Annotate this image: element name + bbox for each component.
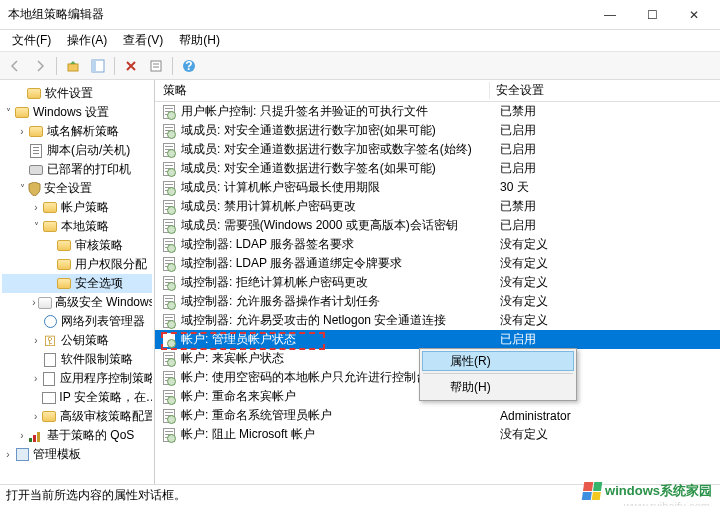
minimize-button[interactable]: — — [598, 3, 622, 27]
expand-icon[interactable]: › — [30, 335, 42, 347]
delete-button[interactable] — [120, 55, 142, 77]
tree-node-security-options[interactable]: 安全选项 — [2, 274, 152, 293]
expand-icon[interactable]: › — [16, 430, 28, 442]
folder-icon — [28, 124, 44, 140]
tree-label: 已部署的打印机 — [47, 161, 131, 178]
policy-setting: 没有定义 — [496, 236, 720, 253]
policy-icon — [161, 332, 177, 348]
policy-row[interactable]: 域控制器: LDAP 服务器签名要求没有定义 — [155, 235, 720, 254]
folder-icon — [56, 276, 72, 292]
expand-icon[interactable]: ˅ — [30, 221, 42, 233]
policy-name: 域控制器: LDAP 服务器签名要求 — [181, 236, 496, 253]
policy-setting: 没有定义 — [496, 293, 720, 310]
policy-row[interactable]: 帐户: 管理员帐户状态已启用 — [155, 330, 720, 349]
tree-node-windows-settings[interactable]: ˅Windows 设置 — [2, 103, 152, 122]
show-tree-button[interactable] — [87, 55, 109, 77]
folder-icon — [26, 86, 42, 102]
menu-help[interactable]: 帮助(H) — [171, 30, 228, 51]
tree-node-network-list[interactable]: 网络列表管理器 — [2, 312, 152, 331]
menu-action[interactable]: 操作(A) — [59, 30, 115, 51]
policy-setting: 没有定义 — [496, 274, 720, 291]
menubar: 文件(F) 操作(A) 查看(V) 帮助(H) — [0, 30, 720, 52]
svg-text:?: ? — [185, 59, 192, 73]
tree-label: Windows 设置 — [33, 104, 109, 121]
up-button[interactable] — [62, 55, 84, 77]
help-button[interactable]: ? — [178, 55, 200, 77]
context-menu: 属性(R) 帮助(H) — [419, 348, 577, 401]
policy-row[interactable]: 域成员: 对安全通道数据进行数字加密(如果可能)已启用 — [155, 121, 720, 140]
expand-icon[interactable]: › — [30, 411, 42, 423]
tree-node-qos[interactable]: ›基于策略的 QoS — [2, 426, 152, 445]
policy-setting: Administrator — [496, 409, 720, 423]
tree-node-scripts[interactable]: 脚本(启动/关机) — [2, 141, 152, 160]
expand-icon[interactable]: ˅ — [16, 183, 28, 195]
column-security[interactable]: 安全设置 — [490, 82, 720, 99]
policy-row[interactable]: 域成员: 计算机帐户密码最长使用期限30 天 — [155, 178, 720, 197]
expand-icon[interactable]: › — [30, 202, 42, 214]
policy-setting: 已启用 — [496, 141, 720, 158]
policy-icon — [161, 180, 177, 196]
policy-icon — [161, 237, 177, 253]
back-button[interactable] — [4, 55, 26, 77]
policy-icon — [42, 352, 58, 368]
tree-node-account-policies[interactable]: ›帐户策略 — [2, 198, 152, 217]
tree-node-printers[interactable]: 已部署的打印机 — [2, 160, 152, 179]
policy-row[interactable]: 域控制器: LDAP 服务器通道绑定令牌要求没有定义 — [155, 254, 720, 273]
tree-node-advanced-security[interactable]: ›高级安全 Windows Defender — [2, 293, 152, 312]
tree-node-user-rights[interactable]: 用户权限分配 — [2, 255, 152, 274]
tree-node-ip-security[interactable]: IP 安全策略，在… — [2, 388, 152, 407]
policy-row[interactable]: 域控制器: 拒绝计算机帐户密码更改没有定义 — [155, 273, 720, 292]
tree-node-admin-templates[interactable]: ›管理模板 — [2, 445, 152, 464]
tree-label: 用户权限分配 — [75, 256, 147, 273]
policy-setting: 已禁用 — [496, 103, 720, 120]
tree-node-advanced-audit[interactable]: ›高级审核策略配置 — [2, 407, 152, 426]
maximize-button[interactable]: ☐ — [640, 3, 664, 27]
folder-icon — [56, 238, 72, 254]
ip-icon — [41, 390, 56, 406]
policy-setting: 已启用 — [496, 122, 720, 139]
expand-icon[interactable]: › — [30, 297, 38, 309]
expand-icon[interactable]: › — [16, 126, 28, 138]
policy-icon — [161, 199, 177, 215]
policy-row[interactable]: 域控制器: 允许服务器操作者计划任务没有定义 — [155, 292, 720, 311]
tree-node-app-control[interactable]: ›应用程序控制策略 — [2, 369, 152, 388]
folder-icon — [42, 409, 57, 425]
policy-list[interactable]: 用户帐户控制: 只提升签名并验证的可执行文件已禁用域成员: 对安全通道数据进行数… — [155, 102, 720, 484]
policy-row[interactable]: 域控制器: 允许易受攻击的 Netlogon 安全通道连接没有定义 — [155, 311, 720, 330]
tree-node-name-resolution[interactable]: ›域名解析策略 — [2, 122, 152, 141]
tree-node-audit-policy[interactable]: 审核策略 — [2, 236, 152, 255]
policy-row[interactable]: 域成员: 需要强(Windows 2000 或更高版本)会话密钥已启用 — [155, 216, 720, 235]
menu-view[interactable]: 查看(V) — [115, 30, 171, 51]
tree-label: 帐户策略 — [61, 199, 109, 216]
context-menu-help[interactable]: 帮助(H) — [422, 376, 574, 398]
policy-setting: 已启用 — [496, 160, 720, 177]
close-button[interactable]: ✕ — [682, 3, 706, 27]
tree-label: 本地策略 — [61, 218, 109, 235]
forward-button[interactable] — [29, 55, 51, 77]
policy-setting: 没有定义 — [496, 312, 720, 329]
context-menu-properties[interactable]: 属性(R) — [422, 351, 574, 371]
policy-row[interactable]: 域成员: 禁用计算机帐户密码更改已禁用 — [155, 197, 720, 216]
toolbar: ? — [0, 52, 720, 80]
policy-name: 域成员: 对安全通道数据进行数字加密或数字签名(始终) — [181, 141, 496, 158]
tree-node-local-policies[interactable]: ˅本地策略 — [2, 217, 152, 236]
tree-node-security-settings[interactable]: ˅安全设置 — [2, 179, 152, 198]
policy-row[interactable]: 域成员: 对安全通道数据进行数字签名(如果可能)已启用 — [155, 159, 720, 178]
tree-node-software-restriction[interactable]: 软件限制策略 — [2, 350, 152, 369]
navigation-tree[interactable]: 软件设置 ˅Windows 设置 ›域名解析策略 脚本(启动/关机) 已部署的打… — [2, 82, 152, 464]
expand-icon[interactable]: › — [30, 373, 42, 385]
expand-icon[interactable]: ˅ — [2, 107, 14, 119]
policy-row[interactable]: 域成员: 对安全通道数据进行数字加密或数字签名(始终)已启用 — [155, 140, 720, 159]
policy-row[interactable]: 帐户: 重命名系统管理员帐户Administrator — [155, 406, 720, 425]
properties-button[interactable] — [145, 55, 167, 77]
menu-file[interactable]: 文件(F) — [4, 30, 59, 51]
tree-node-public-key[interactable]: ›⚿公钥策略 — [2, 331, 152, 350]
tree-label: 基于策略的 QoS — [47, 427, 134, 444]
policy-icon — [161, 408, 177, 424]
tree-node-software-settings[interactable]: 软件设置 — [2, 84, 152, 103]
column-policy[interactable]: 策略 — [155, 82, 490, 99]
policy-row[interactable]: 帐户: 阻止 Microsoft 帐户没有定义 — [155, 425, 720, 444]
policy-row[interactable]: 用户帐户控制: 只提升签名并验证的可执行文件已禁用 — [155, 102, 720, 121]
expand-icon[interactable]: › — [2, 449, 14, 461]
svg-rect-2 — [92, 60, 96, 72]
